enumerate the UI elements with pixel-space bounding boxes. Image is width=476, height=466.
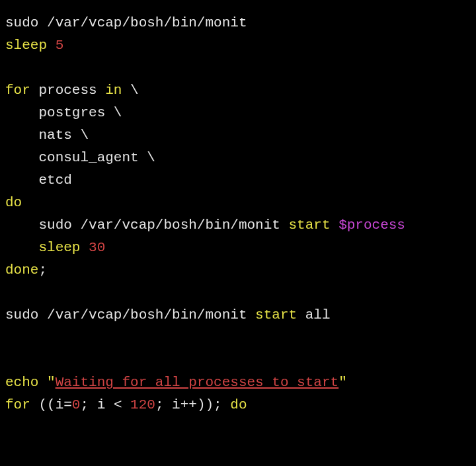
backslash: \	[147, 150, 155, 165]
line-2: sleep 5	[5, 38, 63, 53]
all-arg: all	[305, 307, 331, 323]
start-kw: start	[255, 307, 297, 323]
sudo-cmd: sudo	[5, 307, 38, 323]
code-block: sudo /var/vcap/bosh/bin/monit sleep 5 fo…	[5, 12, 471, 416]
waiting-string: Waiting for all processes to start	[56, 375, 338, 390]
monit-path: /var/vcap/bosh/bin/monit	[47, 307, 247, 323]
backslash: \	[114, 105, 122, 120]
sudo-cmd: sudo	[5, 15, 38, 30]
backslash: \	[130, 83, 139, 98]
postgres: postgres	[38, 105, 105, 120]
number-0: 0	[72, 397, 81, 412]
monit-path: /var/vcap/bosh/bin/monit	[47, 15, 247, 30]
backslash: \	[80, 128, 89, 143]
etcd: etcd	[38, 173, 71, 188]
monit-path: /var/vcap/bosh/bin/monit	[80, 217, 280, 233]
semicolon: ;	[38, 262, 47, 278]
equals: =	[63, 397, 72, 412]
done-kw: done	[5, 262, 38, 278]
line-7: consul_agent \	[5, 150, 155, 165]
open-quote: "	[47, 375, 56, 390]
line-10: sudo /var/vcap/bosh/bin/monit start $pro…	[5, 217, 405, 233]
number-120: 120	[130, 397, 155, 412]
line-12: done;	[5, 262, 47, 278]
do-kw: do	[230, 397, 247, 412]
line-17: echo "Waiting for all processes to start…	[5, 375, 347, 390]
sleep-kw: sleep	[38, 240, 80, 255]
line-6: nats \	[5, 128, 89, 143]
line-18: for ((i=0; i < 120; i++)); do	[5, 397, 247, 412]
do-kw: do	[5, 195, 22, 210]
start-kw: start	[289, 217, 331, 233]
for-kw: for	[5, 83, 30, 98]
in-kw: in	[105, 83, 122, 98]
line-1: sudo /var/vcap/bosh/bin/monit	[5, 15, 247, 30]
less-than: <	[114, 397, 122, 412]
semi-i: ; i	[80, 397, 113, 412]
number-30: 30	[89, 240, 105, 255]
line-8: etcd	[5, 173, 72, 188]
loop-rest: ; i++));	[155, 397, 222, 412]
close-quote: "	[338, 375, 347, 390]
process-variable: $process	[338, 217, 405, 233]
loop-open: ((i	[38, 397, 63, 412]
for-kw: for	[5, 397, 30, 412]
line-11: sleep 30	[5, 240, 105, 255]
sleep-kw: sleep	[5, 38, 47, 53]
line-14: sudo /var/vcap/bosh/bin/monit start all	[5, 307, 331, 323]
nats: nats	[38, 128, 71, 143]
consul-agent: consul_agent	[38, 150, 138, 165]
sudo-cmd: sudo	[38, 217, 71, 233]
line-5: postgres \	[5, 105, 122, 120]
process-var: process	[38, 83, 97, 98]
line-9: do	[5, 195, 22, 210]
line-4: for process in \	[5, 83, 139, 98]
echo-kw: echo	[5, 375, 38, 390]
number-5: 5	[56, 38, 64, 53]
